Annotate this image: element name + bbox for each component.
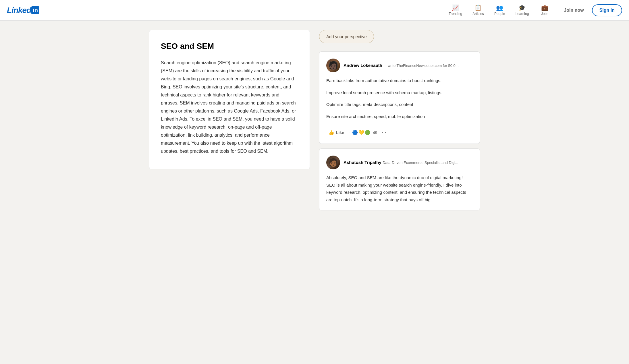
site-header: Linked in 📈 Trending 📋 Articles 👥 People… [0, 0, 629, 21]
like-label: Like [336, 130, 344, 135]
more-options-button[interactable]: ··· [379, 128, 388, 137]
comment-meta: Ashutosh Tripathy Data-Driven Ecommerce … [344, 160, 473, 165]
main-nav: 📈 Trending 📋 Articles 👥 People 🎓 Learnin… [444, 3, 555, 18]
comment-card: 🧑🏿 Andrew Lokenauth | I write TheFinance… [319, 51, 480, 144]
comment-author-name: Andrew Lokenauth [344, 63, 382, 68]
nav-item-articles[interactable]: 📋 Articles [468, 3, 488, 18]
nav-item-learning[interactable]: 🎓 Learning [511, 3, 534, 18]
article-title: SEO and SEM [161, 42, 298, 51]
reaction-emoji: 🟢 [365, 130, 371, 135]
comment-body: Absolutely, SEO and SEM are like the dyn… [326, 174, 473, 203]
comment-actions: 👍 Like · 🔵 💛 🟢 49 ··· [326, 125, 473, 137]
trending-icon: 📈 [452, 5, 459, 11]
reaction-emoji: 💛 [358, 130, 364, 135]
logo-box: in [31, 6, 39, 14]
reaction-emojis: 🔵 💛 🟢 [352, 130, 371, 135]
comment-author-name: Ashutosh Tripathy [344, 160, 381, 165]
nav-label-trending: Trending [449, 12, 462, 16]
reaction-emoji: 🔵 [352, 130, 358, 135]
nav-label-jobs: Jobs [541, 12, 548, 16]
like-icon: 👍 [329, 130, 334, 135]
comment-paragraph: Improve local search presence with schem… [326, 89, 473, 96]
nav-item-trending[interactable]: 📈 Trending [444, 3, 467, 18]
nav-label-learning: Learning [516, 12, 529, 16]
comment-paragraph: Earn backlinks from authoritative domain… [326, 77, 473, 84]
comment-meta: Andrew Lokenauth | I write TheFinanceNew… [344, 63, 473, 68]
avatar: 🧑🏿 [326, 59, 340, 72]
logo-area: Linked in [7, 6, 39, 15]
article-body: Search engine optimization (SEO) and sea… [161, 59, 298, 155]
comment-paragraph: Optimize title tags, meta descriptions, … [326, 101, 473, 108]
nav-item-jobs[interactable]: 💼 Jobs [535, 3, 555, 18]
comment-author-subtitle: Data-Driven Ecommerce Specialist and Dig… [383, 160, 458, 165]
nav-label-articles: Articles [472, 12, 484, 16]
comment-author-subtitle: | I write TheFinanceNewsletter.com for 5… [383, 63, 458, 68]
comment-card: 🧑🏾 Ashutosh Tripathy Data-Driven Ecommer… [319, 148, 480, 210]
page-layout: SEO and SEM Search engine optimization (… [142, 21, 487, 224]
comment-body: Earn backlinks from authoritative domain… [326, 77, 473, 120]
add-perspective-button[interactable]: Add your perspective [319, 30, 374, 43]
left-panel: SEO and SEM Search engine optimization (… [149, 30, 310, 215]
avatar-image: 🧑🏿 [328, 61, 338, 69]
logo-text: Linked [7, 6, 31, 15]
nav-label-people: People [494, 12, 505, 16]
article-card: SEO and SEM Search engine optimization (… [149, 30, 310, 169]
articles-icon: 📋 [474, 5, 482, 11]
comment-divider [319, 120, 480, 120]
jobs-icon: 💼 [541, 5, 548, 11]
comment-header: 🧑🏾 Ashutosh Tripathy Data-Driven Ecommer… [326, 156, 473, 169]
sign-in-button[interactable]: Sign in [592, 4, 622, 16]
avatar-image: 🧑🏾 [328, 158, 338, 166]
comment-paragraph: Ensure site architecture, speed, mobile … [326, 113, 473, 120]
nav-item-people[interactable]: 👥 People [490, 3, 510, 18]
comment-header: 🧑🏿 Andrew Lokenauth | I write TheFinance… [326, 59, 473, 72]
comment-paragraph: Absolutely, SEO and SEM are like the dyn… [326, 174, 473, 203]
linkedin-logo-link[interactable]: Linked in [7, 6, 39, 15]
header-actions: Join now Sign in [559, 4, 622, 16]
join-now-button[interactable]: Join now [559, 5, 588, 15]
like-button[interactable]: 👍 Like [326, 129, 346, 136]
reaction-count: 49 [373, 130, 377, 135]
people-icon: 👥 [496, 5, 503, 11]
right-panel: Add your perspective 🧑🏿 Andrew Lokenauth… [319, 30, 480, 215]
learning-icon: 🎓 [518, 5, 526, 11]
avatar: 🧑🏾 [326, 156, 340, 169]
dot-separator: · [349, 130, 350, 135]
